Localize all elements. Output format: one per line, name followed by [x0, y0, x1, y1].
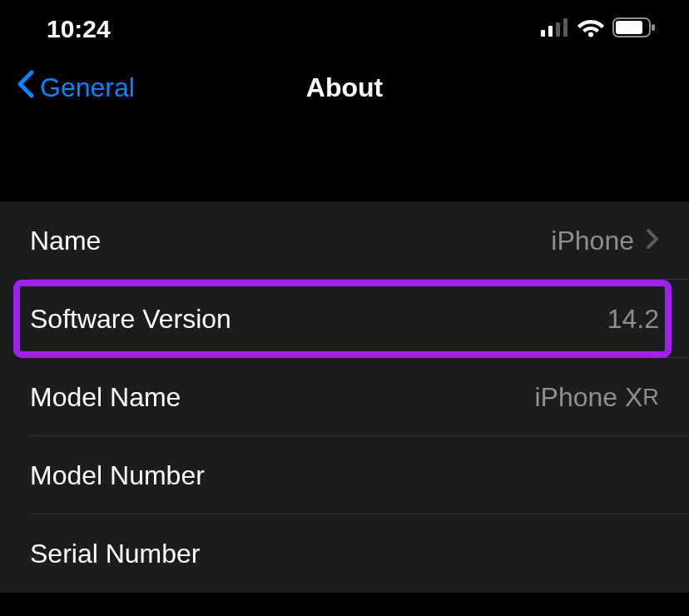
svg-rect-6: [616, 21, 642, 34]
status-time: 10:24: [47, 15, 111, 43]
svg-rect-7: [652, 24, 655, 31]
back-label: General: [40, 72, 135, 103]
chevron-right-icon: [646, 226, 659, 256]
cellular-signal-icon: [541, 18, 569, 40]
page-title: About: [306, 72, 383, 103]
row-software-version[interactable]: Software Version 14.2: [0, 280, 689, 358]
row-label: Model Name: [30, 382, 181, 413]
row-model-number[interactable]: Model Number: [0, 436, 689, 514]
status-bar: 10:24: [0, 0, 689, 58]
battery-icon: [612, 17, 656, 41]
svg-point-4: [588, 32, 593, 37]
svg-rect-0: [541, 30, 545, 37]
row-value: 14.2: [607, 304, 659, 335]
row-label: Name: [30, 226, 101, 256]
wifi-icon: [577, 17, 604, 41]
row-label: Serial Number: [30, 539, 201, 569]
row-serial-number[interactable]: Serial Number: [0, 514, 689, 593]
about-list: Name iPhone Software Version 14.2 Model …: [0, 201, 689, 593]
svg-rect-2: [556, 22, 560, 37]
section-spacer: [0, 140, 689, 201]
row-value: iPhone XR: [534, 382, 659, 413]
row-name[interactable]: Name iPhone: [0, 201, 689, 280]
row-model-name[interactable]: Model Name iPhone XR: [0, 358, 689, 436]
nav-bar: General About: [0, 58, 689, 117]
bottom-spacer: [0, 593, 689, 616]
back-button[interactable]: General: [15, 69, 135, 106]
row-label: Software Version: [30, 304, 231, 335]
svg-rect-1: [548, 26, 553, 37]
row-label: Model Number: [30, 460, 205, 491]
row-value: iPhone: [551, 226, 659, 256]
chevron-left-icon: [15, 69, 35, 106]
status-icons: [541, 17, 656, 41]
svg-rect-3: [563, 18, 568, 37]
